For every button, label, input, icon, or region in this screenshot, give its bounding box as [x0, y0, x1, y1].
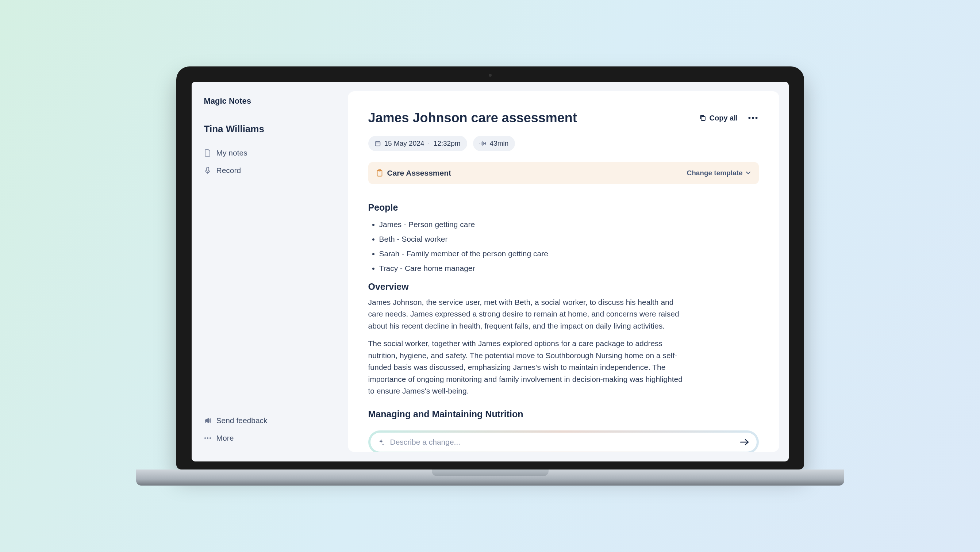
laptop-camera — [489, 74, 492, 77]
svg-point-3 — [210, 437, 211, 439]
waveform-icon — [480, 141, 486, 146]
svg-point-2 — [207, 437, 208, 439]
dots-icon — [204, 434, 211, 442]
more-actions-button[interactable]: ••• — [748, 113, 759, 122]
mic-icon — [204, 167, 211, 174]
app-window: Magic Notes Tina Williams My notes Recor… — [192, 82, 789, 461]
svg-rect-0 — [207, 167, 209, 171]
sidebar-item-feedback[interactable]: Send feedback — [204, 412, 332, 430]
svg-rect-8 — [482, 141, 482, 146]
clipboard-icon — [376, 169, 383, 177]
sidebar-item-label: Send feedback — [216, 416, 267, 425]
page-title: James Johnson care assessment — [368, 110, 577, 126]
date-text: 15 May 2024 — [384, 140, 425, 148]
time-text: 12:32pm — [434, 140, 461, 148]
list-item: Sarah - Family member of the person gett… — [379, 247, 759, 261]
date-pill: 15 May 2024 · 12:32pm — [368, 136, 467, 151]
user-name: Tina Williams — [204, 123, 332, 135]
laptop-mockup: Magic Notes Tina Williams My notes Recor… — [176, 67, 804, 485]
section-title-overview: Overview — [368, 282, 759, 292]
prompt-input[interactable] — [390, 438, 734, 447]
document-icon — [204, 149, 211, 157]
svg-point-1 — [204, 437, 206, 439]
prompt-gradient-border — [368, 430, 759, 452]
svg-rect-6 — [480, 143, 480, 144]
laptop-bezel: Magic Notes Tina Williams My notes Recor… — [176, 67, 804, 469]
sparkle-icon — [378, 439, 384, 445]
copy-all-label: Copy all — [710, 114, 738, 122]
overview-paragraph: The social worker, together with James e… — [368, 338, 686, 397]
change-template-button[interactable]: Change template — [687, 169, 751, 177]
sidebar-item-label: My notes — [216, 149, 247, 157]
sidebar-item-more[interactable]: More — [204, 430, 332, 447]
dots-horizontal-icon: ••• — [748, 113, 759, 122]
header-actions: Copy all ••• — [699, 113, 759, 122]
laptop-hinge-notch — [432, 469, 549, 476]
template-banner: Care Assessment Change template — [368, 162, 759, 184]
copy-all-button[interactable]: Copy all — [699, 114, 738, 122]
change-template-label: Change template — [687, 169, 742, 177]
chevron-down-icon — [746, 171, 751, 175]
sidebar-item-my-notes[interactable]: My notes — [204, 144, 332, 162]
duration-pill: 43min — [473, 136, 515, 151]
main-content: James Johnson care assessment Copy all •… — [348, 91, 779, 452]
sidebar-item-label: More — [216, 434, 234, 442]
sidebar-item-record[interactable]: Record — [204, 162, 332, 179]
svg-rect-10 — [484, 143, 485, 144]
svg-rect-7 — [481, 142, 481, 145]
meta-separator: · — [428, 140, 430, 148]
meta-row: 15 May 2024 · 12:32pm 43min — [368, 136, 759, 151]
list-item: Tracy - Care home manager — [379, 261, 759, 276]
overview-body: James Johnson, the service user, met wit… — [368, 296, 759, 403]
list-item: James - Person getting care — [379, 217, 759, 232]
send-button[interactable] — [740, 439, 749, 446]
svg-rect-9 — [483, 142, 484, 145]
sidebar: Magic Notes Tina Williams My notes Recor… — [192, 82, 345, 461]
template-name: Care Assessment — [387, 169, 452, 177]
section-title-nutrition: Managing and Maintaining Nutrition — [368, 409, 759, 420]
svg-rect-5 — [375, 142, 380, 146]
arrow-right-icon — [740, 439, 749, 446]
people-list: James - Person getting care Beth - Socia… — [368, 217, 759, 276]
calendar-icon — [375, 140, 381, 146]
doc-header: James Johnson care assessment Copy all •… — [368, 110, 759, 126]
svg-rect-11 — [485, 142, 486, 145]
svg-rect-4 — [701, 116, 705, 121]
megaphone-icon — [204, 417, 211, 424]
laptop-base — [136, 469, 844, 485]
copy-icon — [699, 115, 706, 121]
list-item: Beth - Social worker — [379, 232, 759, 247]
brand-title: Magic Notes — [204, 96, 332, 106]
duration-text: 43min — [490, 140, 509, 148]
section-title-people: People — [368, 202, 759, 213]
prompt-bar — [371, 433, 757, 452]
sidebar-item-label: Record — [216, 166, 241, 175]
prompt-area — [368, 424, 759, 452]
overview-paragraph: James Johnson, the service user, met wit… — [368, 296, 686, 332]
